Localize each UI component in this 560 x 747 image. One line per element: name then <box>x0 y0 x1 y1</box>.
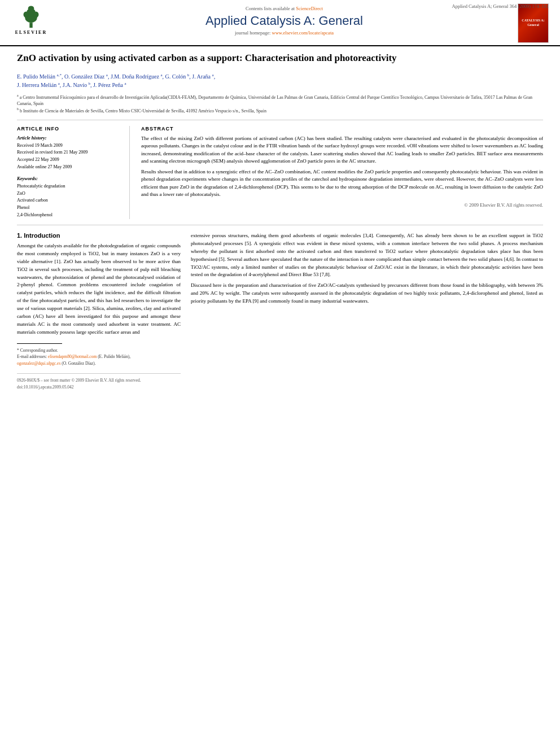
copyright-line: © 2009 Elsevier B.V. All rights reserved… <box>141 202 543 208</box>
article-content: ZnO activation by using activated carbon… <box>0 46 560 396</box>
sciencedirect-line: Contents lists available at ScienceDirec… <box>56 6 512 11</box>
article-info-abstract: ARTICLE INFO Article history: Received 1… <box>17 126 543 225</box>
cover-label: CATALYSIS A: General <box>518 19 548 28</box>
svg-point-3 <box>28 6 34 11</box>
header-center: Contents lists available at ScienceDirec… <box>56 3 512 36</box>
keyword-3: Activated carbon <box>17 197 121 204</box>
page-footer: 0926-860X/$ – see front matter © 2009 El… <box>17 373 181 391</box>
keyword-4: Phenol <box>17 204 121 212</box>
elsevier-tree-icon <box>17 3 45 29</box>
doi-line: doi:10.1016/j.apcata.2009.05.042 <box>17 384 181 391</box>
email-2-name: (O. González Díaz). <box>62 361 95 366</box>
elsevier-logo: ELSEVIER <box>11 3 51 35</box>
affiliations: a a Centro Instrumental Físicoquímico pa… <box>17 93 543 120</box>
sciencedirect-text: Contents lists available at <box>246 6 295 11</box>
intro-paragraph-1: Amongst the catalysts available for the … <box>17 242 181 337</box>
abstract-paragraph-2: Results showed that in addition to a syn… <box>141 168 543 199</box>
article-info-label: ARTICLE INFO <box>17 126 121 132</box>
journal-issue: Applied Catalysis A; General 364 (2009) … <box>452 3 549 9</box>
keyword-5: 2,4-Dichlorophenol <box>17 212 121 219</box>
svg-point-4 <box>24 11 29 18</box>
received-date: Received 19 March 2009 <box>17 142 121 150</box>
intro-heading: 1. Introduction <box>17 232 181 239</box>
journal-title: Applied Catalysis A: General <box>56 14 512 28</box>
sciencedirect-link[interactable]: ScienceDirect <box>296 6 323 11</box>
article-info-col: ARTICLE INFO Article history: Received 1… <box>17 126 130 219</box>
body-right-col: extensive porous structures, making them… <box>191 232 543 391</box>
abstract-col: ABSTRACT The effect of the mixing ZnO wi… <box>141 126 543 219</box>
section-number: 1. <box>17 232 22 239</box>
email-1-link[interactable]: elisendapm80@hotmail.com <box>48 354 97 359</box>
keyword-1: Photocatalytic degradation <box>17 183 121 190</box>
available-date: Available online 27 May 2009 <box>17 164 121 171</box>
abstract-paragraph-1: The effect of the mixing ZnO with differ… <box>141 135 543 165</box>
body-left-col: 1. Introduction Amongst the catalysts av… <box>17 232 181 391</box>
journal-header: ELSEVIER Contents lists available at Sci… <box>0 0 560 46</box>
corresponding-author-note: * Corresponding author. <box>17 347 181 353</box>
section-title: Introduction <box>24 232 60 239</box>
email-1-name: (E. Pulido Melián), <box>98 354 130 359</box>
email-label: E-mail addresses: <box>17 354 47 359</box>
affiliation-b: b Instituto de Ciencia de Materiales de … <box>20 108 266 113</box>
affiliation-a: a Centro Instrumental Físicoquímico para… <box>17 94 532 106</box>
body-content: 1. Introduction Amongst the catalysts av… <box>17 232 543 391</box>
elsevier-wordmark: ELSEVIER <box>15 30 47 35</box>
intro-left-text: Amongst the catalysts available for the … <box>17 242 181 337</box>
intro-right-text: extensive porous structures, making them… <box>191 232 543 305</box>
article-history-label: Article history: <box>17 135 121 141</box>
keywords-label: Keywords: <box>17 176 121 181</box>
abstract-label: ABSTRACT <box>141 126 543 132</box>
revised-date: Received in revised form 21 May 2009 <box>17 149 121 156</box>
footnotes: * Corresponding author. E-mail addresses… <box>17 347 181 366</box>
issn-line: 0926-860X/$ – see front matter © 2009 El… <box>17 377 181 384</box>
abstract-text: The effect of the mixing ZnO with differ… <box>141 135 543 199</box>
svg-point-5 <box>34 11 39 18</box>
authors-line: E. Pulido Melián a,*, O. González Díaz a… <box>17 72 543 90</box>
footnote-divider <box>17 343 62 347</box>
article-title: ZnO activation by using activated carbon… <box>17 52 543 67</box>
journal-homepage: journal homepage: www.elsevier.com/locat… <box>56 30 512 36</box>
accepted-date: Accepted 22 May 2009 <box>17 156 121 164</box>
keyword-2: ZnO <box>17 190 121 198</box>
email-2-link[interactable]: ogonzalez@dqui.ulpgc.es <box>17 361 60 366</box>
journal-cover: CATALYSIS A: General <box>518 3 549 43</box>
intro-right-paragraph-2: Discussed here is the preparation and ch… <box>191 282 543 305</box>
svg-rect-0 <box>29 23 32 28</box>
intro-right-paragraph-1: extensive porous structures, making them… <box>191 232 543 279</box>
email-addresses: E-mail addresses: elisendapm80@hotmail.c… <box>17 353 181 366</box>
